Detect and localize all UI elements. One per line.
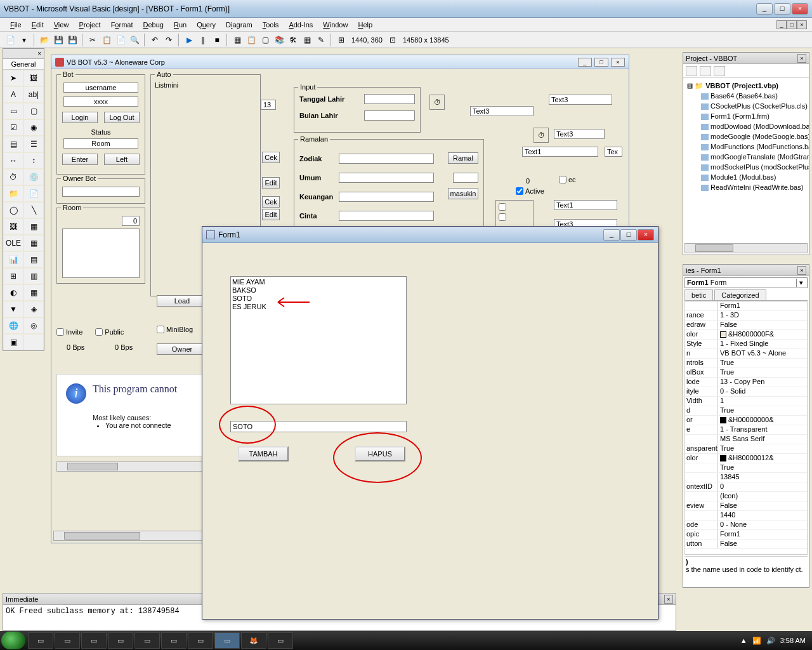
invite-checkbox[interactable]: Invite bbox=[56, 328, 82, 336]
form-layout-icon[interactable]: ▢ bbox=[259, 34, 272, 46]
project-explorer-icon[interactable]: ▦ bbox=[231, 34, 244, 46]
tool-icon-3[interactable]: ▤ bbox=[23, 251, 44, 268]
filelist-tool-icon[interactable]: 📄 bbox=[23, 185, 44, 202]
toolbox-close-icon[interactable]: × bbox=[37, 50, 41, 57]
close-button[interactable]: × bbox=[792, 3, 808, 15]
taskbar-item[interactable]: ▭ bbox=[108, 632, 133, 649]
tool-icon-12[interactable]: ▣ bbox=[3, 334, 23, 350]
form1-maximize-button[interactable]: □ bbox=[620, 229, 637, 241]
list-item[interactable]: SOTO bbox=[232, 295, 405, 303]
copy-icon[interactable]: 📋 bbox=[100, 34, 113, 46]
taskbar-item[interactable]: ▭ bbox=[55, 632, 80, 649]
menu-help[interactable]: Help bbox=[353, 20, 377, 30]
menu-addins[interactable]: Add-Ins bbox=[284, 20, 318, 30]
vscroll-tool-icon[interactable]: ↕ bbox=[23, 152, 44, 169]
tray-network-icon[interactable]: 📶 bbox=[752, 637, 761, 645]
room-list[interactable] bbox=[62, 229, 140, 278]
tanggal-input[interactable] bbox=[364, 94, 415, 104]
text3-input-1[interactable]: Text3 bbox=[470, 106, 534, 116]
logout-button[interactable]: Log Out bbox=[104, 112, 140, 123]
taskbar-item-firefox[interactable]: 🦊 bbox=[241, 632, 266, 649]
miniblog-checkbox[interactable]: MiniBlog bbox=[157, 326, 193, 333]
view-code-icon[interactable] bbox=[686, 66, 697, 76]
password-input[interactable]: xxxx bbox=[63, 96, 138, 107]
umum-input-2[interactable] bbox=[453, 173, 478, 183]
hapus-button[interactable]: HAPUS bbox=[355, 446, 405, 461]
thirteen-input[interactable]: 13 bbox=[261, 100, 276, 110]
maximize-button[interactable]: □ bbox=[774, 3, 790, 15]
taskbar-item-vb[interactable]: ▭ bbox=[214, 632, 240, 649]
ownerbot-groupbox[interactable]: Owner Bot bbox=[56, 178, 145, 204]
list-item[interactable]: BAKSO bbox=[232, 286, 405, 295]
load-button[interactable]: Load bbox=[157, 295, 207, 307]
bot-groupbox[interactable]: Bot username xxxx Login Log Out Status R… bbox=[56, 74, 145, 175]
project-item[interactable]: Form1 (Form1.frm) bbox=[710, 112, 769, 120]
tool-icon-11[interactable]: ◎ bbox=[23, 317, 44, 334]
properties-grid[interactable]: Form1rance1 - 3DedrawFalseolor&H8000000F… bbox=[684, 301, 808, 555]
taskbar-item[interactable]: ▭ bbox=[188, 632, 213, 649]
pointer-tool-icon[interactable]: ➤ bbox=[3, 70, 23, 86]
menu-debug[interactable]: Debug bbox=[138, 20, 168, 30]
combobox-tool-icon[interactable]: ▤ bbox=[3, 136, 23, 152]
object-browser-icon[interactable]: 📚 bbox=[273, 34, 285, 46]
project-item[interactable]: modeGoogle (ModeGoogle.bas) bbox=[710, 133, 809, 140]
dirlist-tool-icon[interactable]: 📁 bbox=[3, 185, 23, 202]
toolbox-tab-general[interactable]: General bbox=[3, 59, 44, 70]
cinta-input[interactable] bbox=[339, 211, 434, 221]
data-view-icon[interactable]: ▦ bbox=[301, 34, 313, 46]
cek-button-2[interactable]: Cek bbox=[262, 196, 280, 208]
toggle-folders-icon[interactable] bbox=[714, 66, 725, 76]
paste-icon[interactable]: 📄 bbox=[114, 34, 127, 46]
child-maximize-button[interactable]: □ bbox=[594, 58, 608, 67]
login-button[interactable]: Login bbox=[62, 112, 98, 123]
textbox-tool-icon[interactable]: ab| bbox=[23, 86, 44, 103]
cek-button-1[interactable]: Cek bbox=[262, 152, 280, 163]
optionbutton-tool-icon[interactable]: ◉ bbox=[23, 119, 44, 136]
mdi-minimize-button[interactable]: _ bbox=[776, 20, 787, 29]
taskbar-item[interactable]: ▭ bbox=[268, 632, 293, 649]
menu-tools[interactable]: Tools bbox=[258, 20, 284, 30]
edit-button-2[interactable]: Edit bbox=[262, 209, 280, 220]
tray-volume-icon[interactable]: 🔊 bbox=[766, 637, 775, 645]
picturebox-tool-icon[interactable]: 🖼 bbox=[23, 70, 44, 86]
tool-icon-7[interactable]: ▦ bbox=[23, 284, 44, 301]
component-icon[interactable]: ✎ bbox=[315, 34, 327, 46]
input-groupbox[interactable]: Input Tanggal Lahir Bulan Lahir bbox=[294, 87, 421, 133]
pause-icon[interactable]: ‖ bbox=[197, 34, 209, 46]
drivelist-tool-icon[interactable]: 💿 bbox=[23, 169, 44, 185]
shape-tool-icon[interactable]: ◯ bbox=[3, 202, 23, 218]
enter-button[interactable]: Enter bbox=[62, 154, 98, 165]
project-item[interactable]: Module1 (Modul.bas) bbox=[710, 173, 776, 181]
properties-close-button[interactable]: × bbox=[797, 266, 806, 275]
tray-clock[interactable]: 3:58 AM bbox=[780, 637, 806, 644]
tool-icon-2[interactable]: 📊 bbox=[3, 251, 23, 268]
form1-minimize-button[interactable]: _ bbox=[603, 229, 620, 241]
child-close-button[interactable]: × bbox=[611, 58, 625, 67]
menu-window[interactable]: Window bbox=[318, 20, 353, 30]
taskbar-item[interactable]: ▭ bbox=[28, 632, 53, 649]
tex-input[interactable]: Tex bbox=[605, 147, 622, 157]
tool-icon-10[interactable]: 🌐 bbox=[3, 317, 23, 334]
tool-icon-8[interactable]: ▼ bbox=[3, 301, 23, 317]
properties-icon[interactable]: 📋 bbox=[245, 34, 258, 46]
menu-query[interactable]: Query bbox=[192, 20, 221, 30]
tool-icon[interactable]: ▦ bbox=[23, 235, 44, 251]
room-count[interactable]: 0 bbox=[122, 216, 140, 226]
undo-icon[interactable]: ↶ bbox=[148, 34, 161, 46]
project-item[interactable]: ModFunctions (ModFunctions.ba bbox=[710, 143, 809, 150]
properties-tab-alphabetic[interactable]: betic bbox=[684, 289, 713, 300]
text1-input-1[interactable]: Text1 bbox=[522, 147, 598, 157]
start-button[interactable] bbox=[1, 632, 25, 649]
menu-view[interactable]: View bbox=[49, 20, 74, 30]
immediate-close-button[interactable]: × bbox=[664, 595, 673, 604]
toolbox-icon[interactable]: 🛠 bbox=[287, 34, 299, 46]
minimize-button[interactable]: _ bbox=[756, 3, 773, 15]
list-item[interactable]: ES JERUK bbox=[232, 303, 405, 311]
addform-icon[interactable]: ▾ bbox=[18, 34, 30, 46]
tool-icon-4[interactable]: ⊞ bbox=[3, 268, 23, 284]
username-input[interactable]: username bbox=[63, 83, 138, 93]
text3-input-2[interactable]: Text3 bbox=[549, 95, 612, 105]
text1-input-2[interactable]: Text1 bbox=[554, 200, 617, 210]
bulan-input[interactable] bbox=[364, 110, 415, 121]
timer-icon-1[interactable]: ⏱ bbox=[429, 95, 445, 110]
